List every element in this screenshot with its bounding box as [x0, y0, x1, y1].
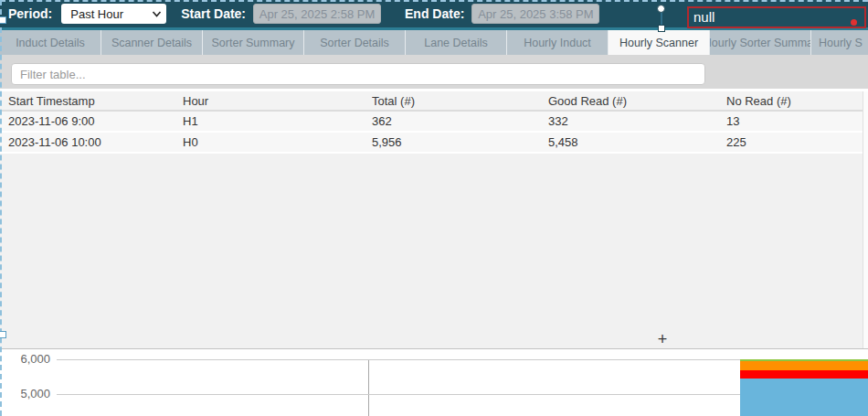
- bar-segment-orange-segment: [740, 361, 868, 370]
- cell-hour: H1: [183, 114, 372, 128]
- end-date-label: End Date:: [405, 6, 464, 21]
- table-header-row: Start Timestamp Hour Total (#) Good Read…: [0, 91, 868, 112]
- tab-induct-details[interactable]: Induct Details: [0, 30, 101, 55]
- filter-input[interactable]: [11, 63, 705, 85]
- chevron-down-icon: [152, 9, 162, 19]
- y-axis-tick-label: 5,000: [12, 387, 50, 400]
- rotate-handle[interactable]: [657, 5, 665, 13]
- period-select-value: Past Hour: [70, 7, 123, 21]
- period-label: Period:: [8, 6, 52, 21]
- filter-bar: [11, 63, 705, 85]
- bar-segment-red-segment: [740, 370, 868, 379]
- selection-handle[interactable]: [0, 16, 6, 24]
- column-header-hour[interactable]: Hour: [183, 94, 372, 108]
- tab-scanner-details[interactable]: Scanner Details: [101, 30, 203, 55]
- error-dot-icon: [851, 19, 857, 26]
- cell-no-read: 225: [726, 135, 868, 149]
- tab-hourly-sorter-summary[interactable]: Hourly Sorter Summar: [710, 30, 811, 55]
- cell-total: 5,956: [372, 135, 548, 149]
- column-header-no-read[interactable]: No Read (#): [726, 94, 868, 108]
- y-axis-tick-label: 6,000: [12, 352, 50, 366]
- cell-start-timestamp: 2023-11-06 10:00: [0, 135, 183, 149]
- table-row[interactable]: 2023-11-06 9:00 H1 362 332 13: [0, 112, 868, 133]
- period-select[interactable]: Past Hour: [61, 4, 166, 24]
- tab-sorter-details[interactable]: Sorter Details: [304, 30, 406, 55]
- column-header-total[interactable]: Total (#): [372, 94, 548, 108]
- tab-lane-details[interactable]: Lane Details: [406, 30, 507, 55]
- end-date-input[interactable]: Apr 25, 2025 3:58 PM: [471, 4, 599, 24]
- cell-no-read: 13: [726, 114, 868, 128]
- add-row-button[interactable]: +: [652, 332, 672, 348]
- tab-hourly-scanner[interactable]: Hourly Scanner: [609, 30, 710, 55]
- app-root: Period: Past Hour Start Date: Apr 25, 20…: [0, 0, 868, 416]
- table-vertical-scrollbar[interactable]: [863, 91, 868, 348]
- table-row[interactable]: 2023-11-06 10:00 H0 5,956 5,458 225: [0, 133, 868, 154]
- bar-segment-green-segment: [740, 359, 868, 361]
- data-table: Start Timestamp Hour Total (#) Good Read…: [0, 89, 868, 348]
- cell-good-read: 5,458: [548, 135, 726, 149]
- tab-sorter-summary[interactable]: Sorter Summary: [203, 30, 304, 55]
- bar-segment-blue-segment: [740, 379, 868, 416]
- tab-bar: Induct Details Scanner Details Sorter Su…: [0, 30, 868, 55]
- cell-start-timestamp: 2023-11-06 9:00: [0, 114, 183, 128]
- cell-good-read: 332: [548, 114, 726, 128]
- hourly-scanner-chart: 6,0005,000: [0, 348, 868, 416]
- column-header-good-read[interactable]: Good Read (#): [548, 94, 726, 108]
- column-header-start-timestamp[interactable]: Start Timestamp: [0, 94, 183, 108]
- resize-handle[interactable]: [658, 25, 665, 32]
- tab-hourly-sorter-details[interactable]: Hourly Sort: [811, 30, 863, 55]
- tab-hourly-induct[interactable]: Hourly Induct: [507, 30, 609, 55]
- start-date-input[interactable]: Apr 25, 2025 2:58 PM: [253, 4, 381, 24]
- chart-category-divider: [368, 360, 369, 416]
- selected-null-element[interactable]: null: [687, 6, 866, 28]
- start-date-label: Start Date:: [181, 6, 246, 21]
- selection-handle[interactable]: [0, 331, 6, 338]
- cell-hour: H0: [183, 135, 372, 149]
- cell-total: 362: [372, 114, 548, 128]
